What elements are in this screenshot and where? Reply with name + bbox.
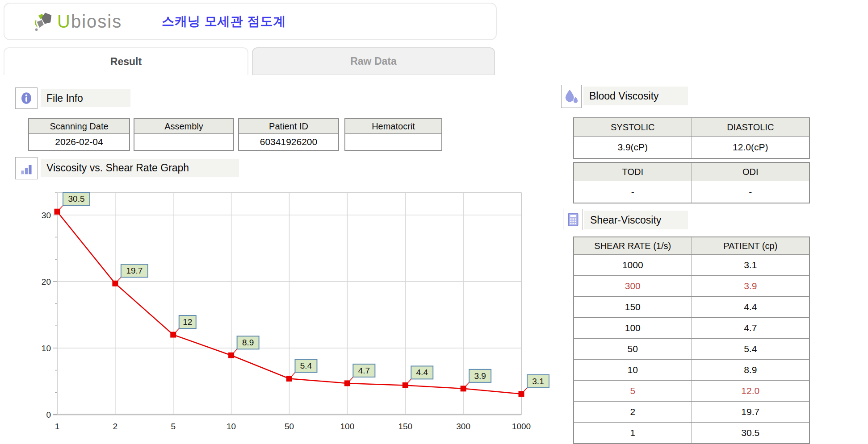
calculator-icon xyxy=(566,212,580,227)
bar-chart-icon xyxy=(19,161,34,175)
shear-rate-cell: 2 xyxy=(574,402,692,423)
shear-viscosity-table: SHEAR RATE (1/s)PATIENT (cp)10003.13003.… xyxy=(573,237,810,444)
table-header-row: SYSTOLIC DIASTOLIC xyxy=(574,118,809,137)
logo-rest-text: biosis xyxy=(71,12,122,31)
table-row: 130.5 xyxy=(574,423,809,444)
chart-data-point xyxy=(112,281,118,286)
file-info-field-value xyxy=(345,134,441,150)
chart-data-label: 19.7 xyxy=(126,266,143,275)
chart-data-label: 4.7 xyxy=(358,366,370,375)
table-row: 3003.9 xyxy=(574,276,809,297)
table-header-row: SHEAR RATE (1/s)PATIENT (cp) xyxy=(574,237,809,255)
file-info-field-value: 2026-02-04 xyxy=(29,134,129,150)
table-row: 505.4 xyxy=(574,339,809,360)
patient-viscosity-cell: 4.7 xyxy=(692,318,809,339)
chart-data-point xyxy=(286,376,292,382)
file-info-field-label: Scanning Date xyxy=(29,119,129,134)
file-info-field-value: 60341926200 xyxy=(239,134,338,150)
tab-result[interactable]: Result xyxy=(4,47,248,75)
shear-viscosity-section-title: Shear-Viscosity xyxy=(584,211,688,229)
shear-rate-cell: 300 xyxy=(574,276,692,297)
chart-data-label: 5.4 xyxy=(300,361,312,370)
chart-x-tick-label: 300 xyxy=(456,422,470,431)
chart-data-label: 12 xyxy=(183,317,192,327)
table-row: 10003.1 xyxy=(574,255,809,276)
chart-x-tick-label: 2 xyxy=(113,422,118,431)
patient-viscosity-cell: 8.9 xyxy=(692,360,809,381)
chart-data-label: 8.9 xyxy=(242,338,254,347)
ubiosis-logo: Ubiosis xyxy=(33,4,122,39)
viscosity-shear-rate-chart: 30.519.7128.95.44.74.43.93.1010203012510… xyxy=(27,187,563,444)
chart-svg: 30.519.7128.95.44.74.43.93.1010203012510… xyxy=(27,187,563,444)
chart-x-tick-label: 5 xyxy=(171,422,176,431)
table-row: 219.7 xyxy=(574,402,809,423)
tab-raw-data[interactable]: Raw Data xyxy=(252,47,495,75)
todi-header: TODI xyxy=(574,162,692,181)
shear-rate-cell: 1000 xyxy=(574,255,692,276)
table-row: 108.9 xyxy=(574,360,809,381)
table-row: 512.0 xyxy=(574,381,809,402)
oxygen-index-table: TODI ODI - - xyxy=(573,162,810,203)
header: Ubiosis 스캐닝 모세관 점도계 xyxy=(4,3,497,40)
shear-rate-header: SHEAR RATE (1/s) xyxy=(574,237,692,255)
chart-data-label: 3.9 xyxy=(474,371,486,381)
patient-viscosity-cell: 19.7 xyxy=(692,402,809,423)
patient-viscosity-cell: 30.5 xyxy=(692,423,809,444)
file-info-icon-box xyxy=(15,87,38,109)
ubiosis-logo-icon xyxy=(33,10,56,33)
shear-rate-cell: 50 xyxy=(574,339,692,360)
patient-viscosity-cell: 3.1 xyxy=(692,255,809,276)
todi-value: - xyxy=(574,181,692,203)
file-info-field-label: Assembly xyxy=(134,119,233,134)
graph-icon-box xyxy=(15,157,38,179)
chart-data-point xyxy=(228,353,234,358)
chart-x-tick-label: 1000 xyxy=(512,422,531,431)
chart-x-tick-label: 100 xyxy=(340,422,355,431)
file-info-field-label: Hematocrit xyxy=(345,119,441,134)
blood-viscosity-section-title: Blood Viscosity xyxy=(583,87,688,105)
file-info-field: Assembly xyxy=(134,118,234,151)
file-info-field: Patient ID60341926200 xyxy=(238,118,339,151)
chart-data-point xyxy=(170,332,176,338)
diastolic-header: DIASTOLIC xyxy=(692,118,809,137)
chart-data-point xyxy=(403,382,408,388)
patient-viscosity-cell: 12.0 xyxy=(692,381,809,402)
chart-x-tick-label: 1 xyxy=(55,422,60,431)
graph-section-title: Viscosity vs. Shear Rate Graph xyxy=(41,159,239,177)
chart-data-point xyxy=(55,209,60,215)
droplets-icon xyxy=(564,88,579,104)
shear-rate-cell: 100 xyxy=(574,318,692,339)
diastolic-value: 12.0(cP) xyxy=(692,137,809,159)
shear-rate-cell: 10 xyxy=(574,360,692,381)
patient-viscosity-cell: 3.9 xyxy=(692,276,809,297)
app-title: 스캐닝 모세관 점도계 xyxy=(162,4,286,39)
systolic-header: SYSTOLIC xyxy=(574,118,692,137)
table-header-row: TODI ODI xyxy=(574,162,809,181)
chart-x-tick-label: 150 xyxy=(398,422,412,431)
systolic-value: 3.9(cP) xyxy=(574,137,692,159)
info-icon xyxy=(20,91,33,105)
patient-viscosity-cell: 4.4 xyxy=(692,297,809,318)
blood-viscosity-icon-box xyxy=(561,85,582,108)
chart-y-axis-ticks xyxy=(53,193,57,415)
file-info-field-value xyxy=(134,134,233,150)
chart-data-label: 3.1 xyxy=(532,377,544,386)
patient-header: PATIENT (cp) xyxy=(692,237,809,255)
chart-data-label: 4.4 xyxy=(416,368,428,377)
shear-rate-cell: 150 xyxy=(574,297,692,318)
shear-viscosity-icon-box xyxy=(563,209,583,230)
chart-y-tick-label: 10 xyxy=(42,344,51,353)
shear-rate-cell: 1 xyxy=(574,423,692,444)
logo-accent-letter: U xyxy=(57,12,71,31)
app-window: Ubiosis 스캐닝 모세관 점도계 Result Raw Data File… xyxy=(0,0,868,444)
chart-data-point xyxy=(344,380,350,386)
chart-data-point xyxy=(519,391,524,397)
chart-y-tick-label: 20 xyxy=(42,277,51,286)
shear-rate-cell: 5 xyxy=(574,381,692,402)
odi-header: ODI xyxy=(692,162,809,181)
blood-viscosity-table: SYSTOLIC DIASTOLIC 3.9(cP) 12.0(cP) xyxy=(573,117,810,159)
file-info-field: Hematocrit xyxy=(344,118,442,151)
table-row: 1004.7 xyxy=(574,318,809,339)
table-row: 1504.4 xyxy=(574,297,809,318)
chart-x-tick-label: 50 xyxy=(285,422,294,431)
